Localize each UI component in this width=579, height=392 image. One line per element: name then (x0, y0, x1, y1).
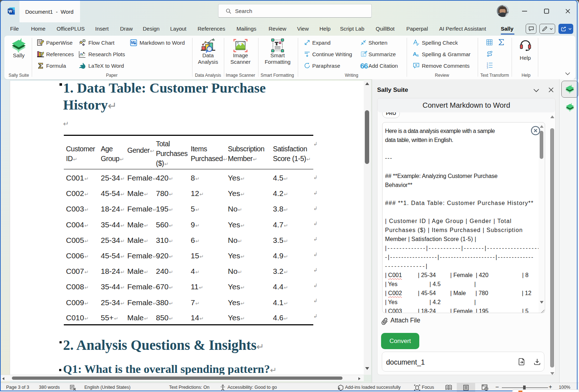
svg-text:3: 3 (487, 66, 488, 68)
svg-text:M: M (131, 40, 134, 45)
svg-text:a: a (416, 53, 419, 57)
svg-text:W: W (8, 9, 12, 13)
